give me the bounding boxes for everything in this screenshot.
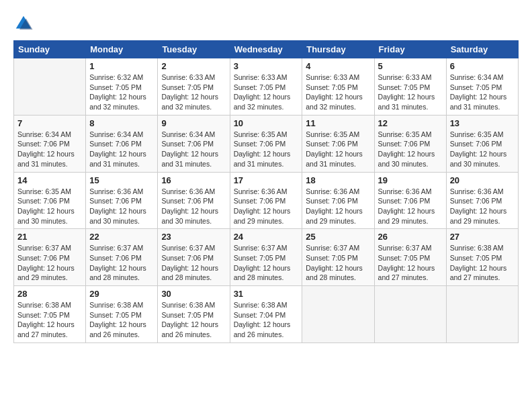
calendar-cell: 28Sunrise: 6:38 AM Sunset: 7:05 PM Dayli… [14,286,86,343]
day-info: Sunrise: 6:38 AM Sunset: 7:04 PM Dayligh… [234,300,299,340]
day-info: Sunrise: 6:33 AM Sunset: 7:05 PM Dayligh… [378,73,443,112]
day-number: 9 [161,118,226,128]
weekday-header: Tuesday [158,41,230,58]
calendar-week-row: 14Sunrise: 6:35 AM Sunset: 7:06 PM Dayli… [14,172,519,229]
calendar-cell: 2Sunrise: 6:33 AM Sunset: 7:05 PM Daylig… [158,58,230,116]
calendar-cell: 22Sunrise: 6:37 AM Sunset: 7:06 PM Dayli… [86,229,158,286]
day-info: Sunrise: 6:33 AM Sunset: 7:05 PM Dayligh… [234,73,299,112]
header [13,13,519,34]
day-number: 28 [17,289,82,299]
calendar-cell: 25Sunrise: 6:37 AM Sunset: 7:05 PM Dayli… [302,229,374,286]
day-info: Sunrise: 6:35 AM Sunset: 7:06 PM Dayligh… [450,130,515,169]
day-info: Sunrise: 6:33 AM Sunset: 7:05 PM Dayligh… [306,73,370,112]
day-number: 16 [161,175,226,185]
calendar-body: 1Sunrise: 6:32 AM Sunset: 7:05 PM Daylig… [14,58,519,343]
day-number: 19 [378,175,443,185]
calendar-cell: 16Sunrise: 6:36 AM Sunset: 7:06 PM Dayli… [158,172,230,229]
day-info: Sunrise: 6:37 AM Sunset: 7:06 PM Dayligh… [17,243,82,283]
day-number: 15 [89,175,154,185]
calendar-week-row: 1Sunrise: 6:32 AM Sunset: 7:05 PM Daylig… [14,58,519,116]
calendar-cell: 14Sunrise: 6:35 AM Sunset: 7:06 PM Dayli… [14,172,86,229]
day-number: 5 [378,61,443,71]
calendar-cell: 24Sunrise: 6:37 AM Sunset: 7:05 PM Dayli… [230,229,302,286]
calendar-cell: 6Sunrise: 6:34 AM Sunset: 7:05 PM Daylig… [446,58,518,116]
day-number: 3 [234,61,299,71]
day-number: 29 [89,289,154,299]
day-info: Sunrise: 6:35 AM Sunset: 7:06 PM Dayligh… [378,130,443,169]
calendar-cell: 17Sunrise: 6:36 AM Sunset: 7:06 PM Dayli… [230,172,302,229]
day-number: 14 [17,175,82,185]
calendar-cell: 20Sunrise: 6:36 AM Sunset: 7:06 PM Dayli… [446,172,518,229]
day-info: Sunrise: 6:36 AM Sunset: 7:06 PM Dayligh… [378,187,443,226]
day-info: Sunrise: 6:38 AM Sunset: 7:05 PM Dayligh… [161,300,226,340]
day-number: 20 [450,175,515,185]
weekday-header: Saturday [446,41,518,58]
calendar-cell: 10Sunrise: 6:35 AM Sunset: 7:06 PM Dayli… [230,115,302,172]
calendar-cell: 9Sunrise: 6:34 AM Sunset: 7:06 PM Daylig… [158,115,230,172]
calendar-cell: 19Sunrise: 6:36 AM Sunset: 7:06 PM Dayli… [374,172,446,229]
calendar-cell: 13Sunrise: 6:35 AM Sunset: 7:06 PM Dayli… [446,115,518,172]
day-number: 31 [234,289,299,299]
day-info: Sunrise: 6:36 AM Sunset: 7:06 PM Dayligh… [234,187,299,226]
day-number: 23 [161,232,226,242]
day-info: Sunrise: 6:32 AM Sunset: 7:05 PM Dayligh… [89,73,154,112]
day-number: 6 [450,61,515,71]
day-info: Sunrise: 6:38 AM Sunset: 7:05 PM Dayligh… [89,300,154,340]
calendar-cell: 26Sunrise: 6:37 AM Sunset: 7:05 PM Dayli… [374,229,446,286]
day-number: 11 [306,118,370,128]
calendar-cell: 8Sunrise: 6:34 AM Sunset: 7:06 PM Daylig… [86,115,158,172]
calendar-cell: 3Sunrise: 6:33 AM Sunset: 7:05 PM Daylig… [230,58,302,116]
day-number: 4 [306,61,370,71]
calendar-cell [302,286,374,343]
day-number: 10 [234,118,299,128]
day-info: Sunrise: 6:37 AM Sunset: 7:05 PM Dayligh… [378,243,443,283]
logo-icon [13,13,34,34]
day-number: 7 [17,118,82,128]
day-info: Sunrise: 6:34 AM Sunset: 7:06 PM Dayligh… [89,130,154,169]
weekday-header: Thursday [302,41,374,58]
day-info: Sunrise: 6:36 AM Sunset: 7:06 PM Dayligh… [89,187,154,226]
calendar-week-row: 28Sunrise: 6:38 AM Sunset: 7:05 PM Dayli… [14,286,519,343]
day-info: Sunrise: 6:34 AM Sunset: 7:05 PM Dayligh… [450,73,515,112]
day-number: 25 [306,232,370,242]
day-number: 21 [17,232,82,242]
calendar-cell [446,286,518,343]
day-number: 27 [450,232,515,242]
calendar-cell: 27Sunrise: 6:38 AM Sunset: 7:05 PM Dayli… [446,229,518,286]
weekday-header: Sunday [14,41,86,58]
logo [13,13,36,34]
calendar-cell: 15Sunrise: 6:36 AM Sunset: 7:06 PM Dayli… [86,172,158,229]
day-number: 30 [161,289,226,299]
day-number: 26 [378,232,443,242]
calendar-cell: 23Sunrise: 6:37 AM Sunset: 7:06 PM Dayli… [158,229,230,286]
calendar-week-row: 21Sunrise: 6:37 AM Sunset: 7:06 PM Dayli… [14,229,519,286]
day-info: Sunrise: 6:38 AM Sunset: 7:05 PM Dayligh… [17,300,82,340]
day-number: 24 [234,232,299,242]
page: SundayMondayTuesdayWednesdayThursdayFrid… [0,0,532,350]
day-info: Sunrise: 6:34 AM Sunset: 7:06 PM Dayligh… [161,130,226,169]
calendar-cell: 29Sunrise: 6:38 AM Sunset: 7:05 PM Dayli… [86,286,158,343]
calendar-cell: 21Sunrise: 6:37 AM Sunset: 7:06 PM Dayli… [14,229,86,286]
day-info: Sunrise: 6:33 AM Sunset: 7:05 PM Dayligh… [161,73,226,112]
day-info: Sunrise: 6:36 AM Sunset: 7:06 PM Dayligh… [161,187,226,226]
calendar-cell: 7Sunrise: 6:34 AM Sunset: 7:06 PM Daylig… [14,115,86,172]
day-number: 18 [306,175,370,185]
day-info: Sunrise: 6:38 AM Sunset: 7:05 PM Dayligh… [450,243,515,283]
calendar-cell: 5Sunrise: 6:33 AM Sunset: 7:05 PM Daylig… [374,58,446,116]
day-number: 22 [89,232,154,242]
calendar-cell [14,58,86,116]
day-info: Sunrise: 6:37 AM Sunset: 7:06 PM Dayligh… [89,243,154,283]
day-number: 12 [378,118,443,128]
calendar-cell: 11Sunrise: 6:35 AM Sunset: 7:06 PM Dayli… [302,115,374,172]
calendar-cell: 31Sunrise: 6:38 AM Sunset: 7:04 PM Dayli… [230,286,302,343]
day-number: 8 [89,118,154,128]
header-row: SundayMondayTuesdayWednesdayThursdayFrid… [14,41,519,58]
day-info: Sunrise: 6:36 AM Sunset: 7:06 PM Dayligh… [306,187,370,226]
calendar-cell: 30Sunrise: 6:38 AM Sunset: 7:05 PM Dayli… [158,286,230,343]
day-info: Sunrise: 6:37 AM Sunset: 7:05 PM Dayligh… [306,243,370,283]
calendar-cell [374,286,446,343]
calendar-cell: 18Sunrise: 6:36 AM Sunset: 7:06 PM Dayli… [302,172,374,229]
day-info: Sunrise: 6:36 AM Sunset: 7:06 PM Dayligh… [450,187,515,226]
weekday-header: Wednesday [230,41,302,58]
day-info: Sunrise: 6:35 AM Sunset: 7:06 PM Dayligh… [17,187,82,226]
